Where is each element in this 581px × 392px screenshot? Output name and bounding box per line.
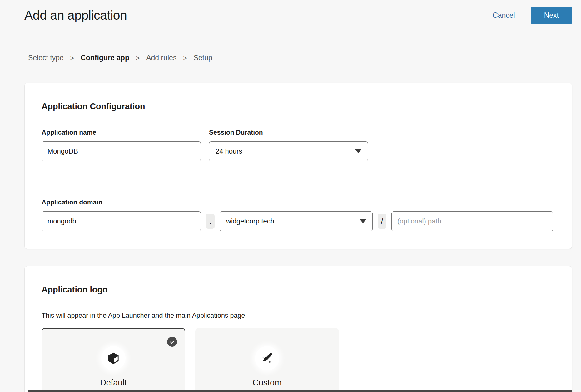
custom-logo-circle: [255, 346, 279, 370]
application-logo-card: Application logo This will appear in the…: [24, 266, 572, 392]
page-header: Add an application Cancel Next: [0, 0, 581, 24]
step-setup[interactable]: Setup: [194, 54, 212, 62]
logo-option-label: Custom: [252, 378, 281, 388]
path-input[interactable]: [391, 211, 553, 231]
breadcrumb: Select type > Configure app > Add rules …: [0, 54, 581, 62]
breadcrumb-separator: >: [136, 54, 140, 62]
next-button[interactable]: Next: [531, 7, 572, 24]
logo-options: Default Custom: [42, 328, 555, 392]
logo-option-default[interactable]: Default: [42, 328, 185, 392]
logo-option-label: Default: [100, 378, 127, 388]
application-name-field: Application name: [42, 128, 201, 161]
session-duration-field: Session Duration 24 hours: [209, 128, 368, 161]
application-domain-label: Application domain: [42, 198, 555, 206]
step-select-type[interactable]: Select type: [28, 54, 64, 62]
paintbrush-icon: [260, 351, 274, 365]
default-logo-circle: [101, 346, 126, 370]
application-domain-row: . widgetcorp.tech /: [42, 211, 555, 231]
cancel-button[interactable]: Cancel: [493, 11, 515, 20]
session-duration-select[interactable]: 24 hours: [209, 141, 368, 161]
subdomain-input[interactable]: [42, 211, 201, 231]
application-logo-title: Application logo: [42, 285, 555, 295]
application-logo-description: This will appear in the App Launcher and…: [42, 311, 555, 320]
session-duration-value: 24 hours: [216, 147, 242, 155]
chevron-down-icon: [355, 149, 361, 153]
horizontal-scrollbar[interactable]: [28, 390, 572, 392]
application-name-input[interactable]: [42, 141, 201, 161]
slash-separator: /: [378, 214, 386, 229]
logo-option-custom[interactable]: Custom: [195, 328, 339, 392]
dot-separator: .: [206, 214, 215, 229]
check-icon: [169, 339, 175, 345]
application-configuration-title: Application Configuration: [42, 102, 555, 111]
breadcrumb-separator: >: [70, 54, 74, 62]
selected-check-badge: [167, 337, 177, 347]
header-actions: Cancel Next: [493, 7, 572, 24]
application-name-label: Application name: [42, 128, 201, 136]
breadcrumb-separator: >: [183, 54, 187, 62]
chevron-down-icon: [360, 219, 366, 223]
step-add-rules[interactable]: Add rules: [146, 54, 176, 62]
domain-value: widgetcorp.tech: [226, 217, 274, 225]
domain-select[interactable]: widgetcorp.tech: [220, 211, 373, 231]
cube-icon: [107, 352, 120, 365]
page-title: Add an application: [24, 8, 127, 23]
application-domain-section: Application domain . widgetcorp.tech /: [42, 198, 555, 231]
name-session-row: Application name Session Duration 24 hou…: [42, 128, 555, 161]
application-configuration-card: Application Configuration Application na…: [24, 83, 572, 249]
step-configure-app[interactable]: Configure app: [81, 54, 129, 62]
session-duration-label: Session Duration: [209, 128, 368, 136]
